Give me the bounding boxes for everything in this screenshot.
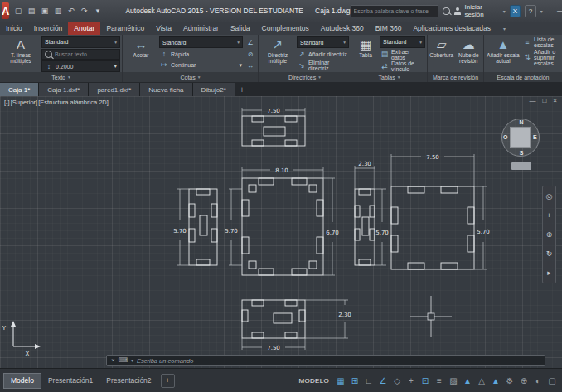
help-icon[interactable]: ? — [525, 5, 535, 17]
quick-access-caret-icon[interactable]: ▾ — [91, 5, 104, 17]
ribbon-tab-param-trico[interactable]: Paramétrico — [100, 22, 150, 35]
object-snap-tracking-icon[interactable]: + — [405, 374, 418, 388]
help-caret-icon[interactable]: ▾ — [540, 8, 543, 14]
drawing-restore-button[interactable]: □ — [542, 97, 546, 104]
isodraft-icon[interactable]: ◇ — [390, 374, 404, 388]
viewcube-east[interactable]: E — [533, 134, 537, 140]
orbit-icon[interactable]: ↻ — [546, 249, 553, 258]
piece-top-lid[interactable] — [242, 116, 305, 146]
file-tab-dibujo2[interactable]: Dibujo2* — [193, 83, 235, 96]
panel-label-tablas[interactable]: Tablas ▾ — [351, 72, 427, 82]
minimize-button[interactable]: — — [552, 3, 562, 18]
recent-commands-caret-icon[interactable]: ▾ — [131, 358, 133, 363]
panel-label-escala[interactable]: Escala de anotación — [484, 72, 562, 82]
save-icon[interactable]: ▣ — [38, 5, 51, 17]
lineweight-icon[interactable]: ≡ — [433, 374, 446, 388]
steering-wheel-icon[interactable]: ◎ — [546, 192, 553, 201]
ribbon-minimize-caret-icon[interactable]: ▾ — [500, 22, 509, 35]
ribbon-tab-salida[interactable]: Salida — [225, 22, 256, 35]
quick-dimension-button[interactable]: ↕ Rápida — [159, 49, 243, 59]
object-snap-icon[interactable]: ⊡ — [419, 374, 432, 388]
snap-icon[interactable]: ⊞ — [348, 374, 361, 388]
drawing-geometry[interactable]: 7.50 8.10 2.30 7.50 5.70 5.70 6.70 5.70 … — [0, 96, 562, 368]
ribbon-tab-anotar[interactable]: Anotar — [68, 22, 100, 35]
panel-label-texto[interactable]: Texto ▾ — [0, 72, 122, 82]
drawing-minimize-button[interactable]: — — [529, 97, 535, 104]
data-link-button[interactable]: ⇄ Datos de vínculo — [380, 60, 425, 72]
annotation-monitor-icon[interactable]: ⊕ — [517, 374, 531, 388]
panel-label-cotas[interactable]: Cotas ▾ — [123, 72, 258, 82]
mtext-button[interactable]: A T. líneas múltiples — [2, 36, 40, 72]
panel-label-marcas[interactable]: Marca de revisión — [428, 72, 483, 82]
panel-label-directrices[interactable]: Directrices ▾ — [259, 72, 351, 82]
polar-tracking-icon[interactable]: ∠ — [376, 374, 390, 388]
search-icon[interactable] — [443, 7, 449, 15]
pan-icon[interactable]: + — [547, 211, 551, 220]
piece-bottom-lid[interactable] — [242, 300, 305, 338]
redo-icon[interactable]: ↷ — [78, 5, 90, 17]
workspace-gear-icon[interactable]: ⚙ — [503, 374, 516, 388]
ribbon-tab-vista[interactable]: Vista — [150, 22, 177, 35]
command-line[interactable]: × ⌨ ▾ Escriba un comando — [106, 355, 545, 366]
file-tab-nueva-ficha[interactable]: Nueva ficha — [140, 83, 192, 96]
viewport-view-control[interactable]: [Superior] — [11, 99, 38, 106]
ribbon-tab-administrar[interactable]: Administrar — [177, 22, 225, 35]
revision-cloud-button[interactable]: ☁ Nube de revisión — [456, 36, 482, 72]
piece-divider[interactable] — [355, 189, 375, 265]
layout-tab-presentaci-n1[interactable]: Presentación1 — [41, 373, 99, 389]
table-style-dropdown[interactable]: Standard ▾ — [380, 36, 425, 48]
ribbon-tab-aplicaciones-destacadas[interactable]: Aplicaciones destacadas — [407, 22, 497, 35]
remove-leader-button[interactable]: ↘ Eliminar directriz — [297, 60, 349, 71]
find-text-field[interactable] — [41, 49, 120, 60]
add-leader-button[interactable]: ↗ Añadir directriz — [297, 49, 349, 59]
piece-right-side[interactable] — [391, 186, 474, 269]
text-height-field[interactable]: ↕ 0.2000 ▾ — [41, 60, 120, 72]
model-space-button[interactable]: MODELO — [299, 377, 329, 385]
sign-in-caret-icon[interactable]: ▾ — [503, 8, 506, 14]
angular-dimension-icon[interactable]: ∠ — [245, 37, 256, 48]
viewcube-top-face[interactable] — [510, 127, 531, 148]
layout-tab-presentaci-n2[interactable]: Presentación2 — [99, 373, 157, 389]
command-line-close-icon[interactable]: × — [111, 356, 115, 365]
app-menu-button[interactable]: A — [2, 2, 9, 19]
command-prompt-text[interactable]: Escriba un comando — [137, 357, 193, 365]
wipeout-button[interactable]: ▱ Cobertura — [429, 36, 454, 72]
open-file-icon[interactable]: ▤ — [25, 5, 37, 17]
add-remove-scales-button[interactable]: ⇅ Añadir o suprimir escalas — [522, 49, 560, 66]
text-style-dropdown[interactable]: Standard ▾ — [41, 36, 120, 48]
piece-front-panel[interactable] — [242, 178, 323, 275]
multileader-button[interactable]: ↗ Directriz múltiple — [260, 36, 295, 72]
extract-data-button[interactable]: ▤ Extraer datos — [380, 49, 425, 60]
show-motion-icon[interactable]: ▸ — [547, 269, 551, 277]
zoom-icon[interactable]: ⊕ — [546, 230, 553, 239]
new-file-icon[interactable]: ▢ — [12, 5, 24, 17]
continue-dimension-button[interactable]: ↦ Continuar ▾ — [159, 60, 243, 70]
autoscale-icon[interactable]: △ — [475, 374, 488, 388]
viewcube[interactable]: N E S O — [496, 113, 547, 172]
ribbon-tab-bim-360[interactable]: BIM 360 — [370, 22, 408, 35]
piece-left-side[interactable] — [189, 189, 217, 265]
file-tab-caja-1-dxf[interactable]: Caja 1.dxf* — [39, 83, 89, 96]
viewcube-menu[interactable] — [511, 162, 531, 170]
clean-screen-icon[interactable]: ▢ — [545, 374, 559, 388]
viewport-menu-control[interactable]: [-] — [4, 99, 10, 106]
ribbon-tab-inserci-n[interactable]: Inserción — [28, 22, 69, 35]
dimension-button[interactable]: ↔ Acotar — [124, 36, 157, 72]
ribbon-tab-complementos[interactable]: Complementos — [256, 22, 315, 35]
new-layout-button[interactable]: + — [161, 374, 175, 388]
viewport-visual-style-control[interactable]: [Estructura alámbrica 2D] — [38, 99, 109, 106]
viewcube-west[interactable]: O — [503, 134, 507, 140]
grid-icon[interactable]: ▦ — [334, 374, 347, 388]
new-drawing-tab-button[interactable]: + — [235, 83, 249, 96]
help-search-input[interactable] — [351, 5, 439, 17]
ribbon-tab-autodesk-360[interactable]: Autodesk 360 — [315, 22, 370, 35]
plot-icon[interactable]: ▥ — [51, 5, 64, 17]
ribbon-tab-inicio[interactable]: Inicio — [0, 22, 28, 35]
ortho-icon[interactable]: ∟ — [362, 374, 375, 388]
add-current-scale-button[interactable]: ▲ Añadir escala actual — [486, 36, 521, 72]
model-space-canvas[interactable]: [-] [Superior] [Estructura alámbrica 2D]… — [0, 96, 562, 368]
undo-icon[interactable]: ↶ — [65, 5, 77, 17]
layout-tab-modelo[interactable]: Modelo — [3, 373, 41, 389]
keyboard-icon[interactable]: ⌨ — [119, 356, 128, 365]
isolate-objects-icon[interactable]: ◐ — [531, 374, 545, 388]
